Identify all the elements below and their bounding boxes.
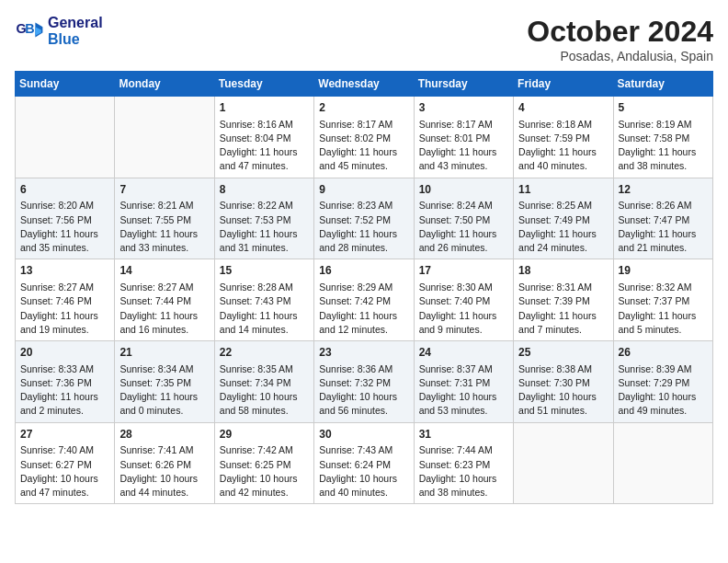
day-info: Sunrise: 8:37 AMSunset: 7:31 PMDaylight:… [419, 362, 508, 419]
weekday-header: Thursday [414, 72, 513, 97]
calendar-day-cell: 3Sunrise: 8:17 AMSunset: 8:01 PMDaylight… [414, 97, 513, 178]
day-info: Sunrise: 7:43 AMSunset: 6:24 PMDaylight:… [319, 443, 408, 500]
calendar-day-cell: 26Sunrise: 8:39 AMSunset: 7:29 PMDayligh… [613, 341, 712, 423]
day-number: 11 [518, 182, 608, 198]
calendar-day-cell: 24Sunrise: 8:37 AMSunset: 7:31 PMDayligh… [414, 341, 513, 423]
calendar-day-cell [16, 97, 115, 178]
logo-icon: G B [15, 17, 44, 46]
day-info: Sunrise: 8:30 AMSunset: 7:40 PMDaylight:… [419, 281, 508, 337]
day-number: 14 [119, 263, 209, 279]
calendar-day-cell: 22Sunrise: 8:35 AMSunset: 7:34 PMDayligh… [214, 341, 313, 423]
day-number: 19 [619, 263, 708, 279]
calendar-day-cell: 29Sunrise: 7:42 AMSunset: 6:25 PMDayligh… [214, 422, 313, 504]
calendar-day-cell: 8Sunrise: 8:22 AMSunset: 7:53 PMDaylight… [214, 178, 313, 259]
day-number: 18 [518, 263, 608, 279]
calendar-day-cell: 5Sunrise: 8:19 AMSunset: 7:58 PMDaylight… [613, 97, 712, 178]
calendar-day-cell: 6Sunrise: 8:20 AMSunset: 7:56 PMDaylight… [16, 178, 115, 259]
day-number: 26 [619, 345, 708, 361]
day-number: 16 [319, 263, 408, 279]
day-info: Sunrise: 8:16 AMSunset: 8:04 PMDaylight:… [220, 118, 309, 174]
day-info: Sunrise: 8:39 AMSunset: 7:29 PMDaylight:… [619, 362, 708, 419]
day-number: 7 [119, 182, 209, 198]
day-info: Sunrise: 8:22 AMSunset: 7:53 PMDaylight:… [220, 199, 309, 255]
day-number: 9 [319, 182, 408, 198]
calendar-day-cell [613, 422, 712, 504]
weekday-header: Wednesday [314, 72, 414, 97]
day-info: Sunrise: 8:18 AMSunset: 7:59 PMDaylight:… [518, 118, 608, 174]
calendar-day-cell: 2Sunrise: 8:17 AMSunset: 8:02 PMDaylight… [314, 97, 414, 178]
day-number: 13 [20, 263, 109, 279]
calendar-week-row: 20Sunrise: 8:33 AMSunset: 7:36 PMDayligh… [16, 341, 713, 423]
logo: G B General Blue [15, 15, 103, 48]
day-number: 3 [419, 100, 508, 116]
calendar-day-cell: 28Sunrise: 7:41 AMSunset: 6:26 PMDayligh… [115, 422, 214, 504]
day-number: 30 [319, 427, 408, 442]
day-info: Sunrise: 8:32 AMSunset: 7:37 PMDaylight:… [619, 281, 708, 337]
day-info: Sunrise: 8:17 AMSunset: 8:02 PMDaylight:… [319, 118, 408, 174]
svg-text:B: B [25, 21, 34, 36]
day-number: 23 [319, 345, 408, 361]
calendar-day-cell: 14Sunrise: 8:27 AMSunset: 7:44 PMDayligh… [115, 259, 214, 341]
weekday-header: Tuesday [214, 72, 313, 97]
calendar-day-cell: 23Sunrise: 8:36 AMSunset: 7:32 PMDayligh… [314, 341, 414, 423]
weekday-header: Saturday [613, 72, 712, 97]
day-info: Sunrise: 8:29 AMSunset: 7:42 PMDaylight:… [319, 281, 408, 337]
day-number: 8 [220, 182, 309, 198]
logo-line2: Blue [48, 31, 103, 48]
calendar-day-cell [514, 422, 613, 504]
calendar-day-cell: 1Sunrise: 8:16 AMSunset: 8:04 PMDaylight… [214, 97, 313, 178]
day-info: Sunrise: 8:23 AMSunset: 7:52 PMDaylight:… [319, 199, 408, 255]
day-info: Sunrise: 8:26 AMSunset: 7:47 PMDaylight:… [619, 199, 708, 255]
calendar-day-cell: 25Sunrise: 8:38 AMSunset: 7:30 PMDayligh… [514, 341, 613, 423]
day-info: Sunrise: 7:44 AMSunset: 6:23 PMDaylight:… [419, 443, 508, 500]
day-info: Sunrise: 8:20 AMSunset: 7:56 PMDaylight:… [20, 199, 109, 255]
day-number: 22 [220, 345, 309, 361]
day-info: Sunrise: 7:42 AMSunset: 6:25 PMDaylight:… [220, 443, 309, 500]
day-info: Sunrise: 8:17 AMSunset: 8:01 PMDaylight:… [419, 118, 508, 174]
day-info: Sunrise: 8:24 AMSunset: 7:50 PMDaylight:… [419, 199, 508, 255]
day-number: 6 [20, 182, 109, 198]
day-number: 25 [518, 345, 608, 361]
calendar-week-row: 27Sunrise: 7:40 AMSunset: 6:27 PMDayligh… [16, 422, 713, 504]
day-info: Sunrise: 8:19 AMSunset: 7:58 PMDaylight:… [619, 118, 708, 174]
weekday-header: Monday [115, 72, 214, 97]
day-info: Sunrise: 8:25 AMSunset: 7:49 PMDaylight:… [518, 199, 608, 255]
day-number: 10 [419, 182, 508, 198]
day-number: 2 [319, 100, 408, 116]
day-number: 28 [119, 427, 209, 442]
calendar-day-cell: 12Sunrise: 8:26 AMSunset: 7:47 PMDayligh… [613, 178, 712, 259]
calendar-day-cell: 16Sunrise: 8:29 AMSunset: 7:42 PMDayligh… [314, 259, 414, 341]
day-number: 5 [619, 100, 708, 116]
calendar-table: SundayMondayTuesdayWednesdayThursdayFrid… [15, 71, 713, 504]
day-number: 29 [220, 427, 309, 442]
calendar-day-cell [115, 97, 214, 178]
calendar-day-cell: 11Sunrise: 8:25 AMSunset: 7:49 PMDayligh… [514, 178, 613, 259]
calendar-day-cell: 13Sunrise: 8:27 AMSunset: 7:46 PMDayligh… [16, 259, 115, 341]
calendar-day-cell: 30Sunrise: 7:43 AMSunset: 6:24 PMDayligh… [314, 422, 414, 504]
calendar-week-row: 1Sunrise: 8:16 AMSunset: 8:04 PMDaylight… [16, 97, 713, 178]
calendar-day-cell: 21Sunrise: 8:34 AMSunset: 7:35 PMDayligh… [115, 341, 214, 423]
weekday-header: Sunday [16, 72, 115, 97]
calendar-day-cell: 19Sunrise: 8:32 AMSunset: 7:37 PMDayligh… [613, 259, 712, 341]
calendar-day-cell: 10Sunrise: 8:24 AMSunset: 7:50 PMDayligh… [414, 178, 513, 259]
day-number: 17 [419, 263, 508, 279]
calendar-week-row: 13Sunrise: 8:27 AMSunset: 7:46 PMDayligh… [16, 259, 713, 341]
day-number: 31 [419, 427, 508, 442]
day-number: 4 [518, 100, 608, 116]
day-info: Sunrise: 8:27 AMSunset: 7:44 PMDaylight:… [119, 281, 209, 337]
calendar-day-cell: 9Sunrise: 8:23 AMSunset: 7:52 PMDaylight… [314, 178, 414, 259]
day-number: 21 [119, 345, 209, 361]
day-info: Sunrise: 8:21 AMSunset: 7:55 PMDaylight:… [119, 199, 209, 255]
day-info: Sunrise: 8:35 AMSunset: 7:34 PMDaylight:… [220, 362, 309, 419]
day-number: 20 [20, 345, 109, 361]
calendar-header-row: SundayMondayTuesdayWednesdayThursdayFrid… [16, 72, 713, 97]
weekday-header: Friday [514, 72, 613, 97]
calendar-day-cell: 27Sunrise: 7:40 AMSunset: 6:27 PMDayligh… [16, 422, 115, 504]
day-number: 24 [419, 345, 508, 361]
calendar-day-cell: 15Sunrise: 8:28 AMSunset: 7:43 PMDayligh… [214, 259, 313, 341]
location-subtitle: Posadas, Andalusia, Spain [527, 49, 713, 63]
day-info: Sunrise: 8:34 AMSunset: 7:35 PMDaylight:… [119, 362, 209, 419]
day-number: 1 [220, 100, 309, 116]
day-info: Sunrise: 8:33 AMSunset: 7:36 PMDaylight:… [20, 362, 109, 419]
day-info: Sunrise: 8:38 AMSunset: 7:30 PMDaylight:… [518, 362, 608, 419]
